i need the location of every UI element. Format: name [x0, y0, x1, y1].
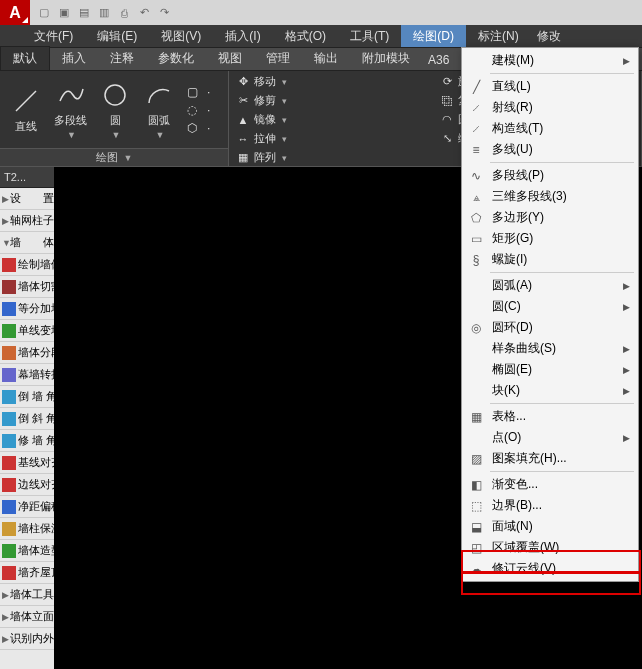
mod-阵列[interactable]: ▦阵列▾: [235, 149, 431, 166]
ribbon-tab-1[interactable]: 插入: [50, 47, 98, 70]
ribbon-tab-5[interactable]: 管理: [254, 47, 302, 70]
menu-8[interactable]: 修改: [531, 25, 567, 47]
sm5[interactable]: ⬡: [187, 121, 203, 135]
menu-0[interactable]: 文件(F): [22, 25, 85, 47]
qat-open-icon[interactable]: ▣: [56, 5, 72, 21]
draw-panel-body: 直线 多段线▼ 圆▼ 圆弧▼ ▢· ◌· ⬡·: [0, 71, 228, 148]
ribbon-tab-3[interactable]: 参数化: [146, 47, 206, 70]
menu-item-3[interactable]: ⟋射线(R): [462, 97, 638, 118]
palette-item-2[interactable]: ▼墙 体: [0, 232, 54, 254]
qat-saveas-icon[interactable]: ▥: [96, 5, 112, 21]
palette-tab[interactable]: T2...: [0, 167, 54, 188]
tool-polyline[interactable]: 多段线▼: [48, 77, 93, 142]
revcloud-icon: ☁: [466, 561, 486, 577]
qat-save-icon[interactable]: ▤: [76, 5, 92, 21]
menu-item-17[interactable]: 椭圆(E)▶: [462, 359, 638, 380]
tool-rect-icon[interactable]: ▢: [187, 85, 203, 99]
qat-undo-icon[interactable]: ↶: [136, 5, 152, 21]
palette-item-14[interactable]: 净距偏移: [0, 496, 54, 518]
palette-item-6[interactable]: 单线变墙: [0, 320, 54, 342]
submenu-icon: [466, 278, 486, 294]
qat-new-icon[interactable]: ▢: [36, 5, 52, 21]
palette-item-4[interactable]: 墙体切割: [0, 276, 54, 298]
svg-point-0: [105, 85, 125, 105]
menu-item-2[interactable]: ╱直线(L): [462, 76, 638, 97]
menu-item-22[interactable]: ▨图案填充(H)...: [462, 448, 638, 469]
palette-item-5[interactable]: 等分加墙: [0, 298, 54, 320]
menu-item-21[interactable]: 点(O)▶: [462, 427, 638, 448]
3dpoly-icon: ⟁: [466, 189, 486, 205]
sm2[interactable]: ·: [207, 85, 223, 99]
tool-circle[interactable]: 圆▼: [93, 77, 137, 142]
menu-item-7[interactable]: ∿多段线(P): [462, 165, 638, 186]
ribbon-panel-draw: 直线 多段线▼ 圆▼ 圆弧▼ ▢· ◌· ⬡· 绘图▼: [0, 71, 229, 166]
menu-item-28[interactable]: ☁修订云线(V): [462, 558, 638, 579]
mod-修剪[interactable]: ✂修剪▾: [235, 92, 431, 109]
menu-item-16[interactable]: 样条曲线(S)▶: [462, 338, 638, 359]
sm6[interactable]: ·: [207, 121, 223, 135]
palette-item-3[interactable]: 绘制墙体: [0, 254, 54, 276]
menu-4[interactable]: 格式(O): [273, 25, 338, 47]
palette-item-7[interactable]: 墙体分段: [0, 342, 54, 364]
mod-镜像[interactable]: ▲镜像▾: [235, 111, 431, 128]
mod-移动[interactable]: ✥移动▾: [235, 73, 431, 90]
menu-item-8[interactable]: ⟁三维多段线(3): [462, 186, 638, 207]
pline-icon: ∿: [466, 168, 486, 184]
palette-item-8[interactable]: 幕墙转换: [0, 364, 54, 386]
palette-item-19[interactable]: ▶墙体立面: [0, 606, 54, 628]
menu-item-27[interactable]: ◰区域覆盖(W): [462, 537, 638, 558]
menu-item-4[interactable]: ⟋构造线(T): [462, 118, 638, 139]
menu-1[interactable]: 编辑(E): [85, 25, 149, 47]
menu-item-20[interactable]: ▦表格...: [462, 406, 638, 427]
qat-redo-icon[interactable]: ↷: [156, 5, 172, 21]
table-icon: ▦: [466, 409, 486, 425]
menu-item-24[interactable]: ◧渐变色...: [462, 474, 638, 495]
sm4[interactable]: ·: [207, 103, 223, 117]
palette-item-17[interactable]: 墙齐屋顶: [0, 562, 54, 584]
menu-item-15[interactable]: ◎圆环(D): [462, 317, 638, 338]
menu-item-18[interactable]: 块(K)▶: [462, 380, 638, 401]
palette-item-1[interactable]: ▶轴网柱子: [0, 210, 54, 232]
ribbon-tab-6[interactable]: 输出: [302, 47, 350, 70]
ribbon-tab-2[interactable]: 注释: [98, 47, 146, 70]
menu-item-0[interactable]: 建模(M)▶: [462, 50, 638, 71]
menu-2[interactable]: 视图(V): [149, 25, 213, 47]
ribbon-tab-0[interactable]: 默认: [0, 46, 50, 70]
palette-item-0[interactable]: ▶设 置: [0, 188, 54, 210]
menu-item-26[interactable]: ⬓面域(N): [462, 516, 638, 537]
tool-line[interactable]: 直线: [4, 83, 48, 136]
palette-item-9[interactable]: 倒 墙 角: [0, 386, 54, 408]
sm3[interactable]: ◌: [187, 103, 203, 117]
menu-item-5[interactable]: ≡多线(U): [462, 139, 638, 160]
palette-item-18[interactable]: ▶墙体工具: [0, 584, 54, 606]
menu-item-11[interactable]: §螺旋(I): [462, 249, 638, 270]
palette-item-16[interactable]: 墙体造型: [0, 540, 54, 562]
menu-item-10[interactable]: ▭矩形(G): [462, 228, 638, 249]
palette-item-10[interactable]: 倒 斜 角: [0, 408, 54, 430]
palette-item-13[interactable]: 边线对齐: [0, 474, 54, 496]
palette-item-15[interactable]: 墙柱保温: [0, 518, 54, 540]
line-icon: ╱: [466, 79, 486, 95]
mod-拉伸[interactable]: ↔拉伸▾: [235, 130, 431, 147]
palette-item-11[interactable]: 修 墙 角: [0, 430, 54, 452]
menu-6[interactable]: 绘图(D): [401, 25, 466, 47]
mline-icon: ≡: [466, 142, 486, 158]
draw-menu-dropdown: 建模(M)▶╱直线(L)⟋射线(R)⟋构造线(T)≡多线(U)∿多段线(P)⟁三…: [461, 47, 639, 582]
qat-print-icon[interactable]: ⎙: [116, 5, 132, 21]
menu-item-9[interactable]: ⬠多边形(Y): [462, 207, 638, 228]
menu-item-14[interactable]: 圆(C)▶: [462, 296, 638, 317]
menu-5[interactable]: 工具(T): [338, 25, 401, 47]
submenu-icon: [466, 53, 486, 69]
menu-3[interactable]: 插入(I): [213, 25, 272, 47]
ribbon-tab-8[interactable]: A36: [422, 50, 455, 70]
menu-item-25[interactable]: ⬚边界(B)...: [462, 495, 638, 516]
ribbon-tab-4[interactable]: 视图: [206, 47, 254, 70]
ribbon-tab-7[interactable]: 附加模块: [350, 47, 422, 70]
menu-item-13[interactable]: 圆弧(A)▶: [462, 275, 638, 296]
menu-7[interactable]: 标注(N): [466, 25, 531, 47]
palette-item-20[interactable]: ▶识别内外: [0, 628, 54, 650]
palette-item-12[interactable]: 基线对齐: [0, 452, 54, 474]
helix-icon: §: [466, 252, 486, 268]
app-logo-icon[interactable]: A: [0, 0, 30, 25]
tool-arc[interactable]: 圆弧▼: [137, 77, 181, 142]
